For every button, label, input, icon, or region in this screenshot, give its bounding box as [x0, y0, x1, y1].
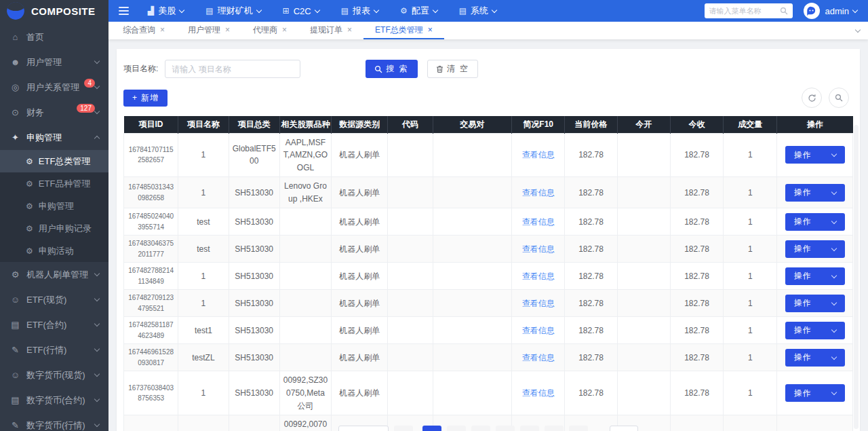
cell-action: 操作	[777, 263, 853, 290]
view-info-link[interactable]: 查看信息	[522, 271, 555, 281]
action-dropdown-button[interactable]: 操作	[785, 295, 845, 312]
sidebar-item-label: 数字货币(合约)	[26, 394, 95, 407]
topnav-item-0[interactable]: ▟美股	[148, 5, 184, 17]
tab-3[interactable]: 提现订单×	[298, 22, 363, 39]
sidebar-subitem-2[interactable]: ⚙申购管理	[0, 195, 108, 217]
topnav-item-3[interactable]: ▤报表	[341, 5, 378, 17]
chevron-down-icon	[94, 58, 100, 64]
tab-overflow-chevron-icon[interactable]	[855, 26, 861, 32]
close-icon[interactable]: ×	[225, 25, 230, 35]
cell-close: 182.78	[670, 208, 723, 236]
table-row: 1674830463752011777testSH513030机器人刷单查看信息…	[124, 236, 853, 263]
search-button[interactable]: 搜 索	[366, 60, 417, 78]
prev-page-button[interactable]: ‹	[394, 426, 413, 431]
gear-icon: ⚙	[26, 202, 33, 211]
cell-id: 1674469615280930817	[124, 344, 178, 371]
cell-category: SH513030	[229, 208, 279, 236]
topnav-item-1[interactable]: ▤理财矿机	[205, 5, 260, 17]
table-search-button[interactable]	[829, 88, 849, 108]
page-button-2[interactable]: 2	[447, 426, 466, 431]
add-button[interactable]: + 新增	[123, 90, 167, 107]
table-scrollbar[interactable]	[854, 125, 859, 429]
cell-source: 机器人刷单	[332, 236, 388, 263]
page-size-select[interactable]	[338, 426, 389, 431]
topnav: ▟美股▤理财矿机⊞C2C▤报表⚙配置▤系统	[148, 5, 496, 17]
action-dropdown-button[interactable]: 操作	[785, 322, 845, 339]
page-button-6[interactable]: 6	[545, 426, 564, 431]
action-dropdown-button[interactable]: 操作	[785, 384, 845, 402]
sidebar-item-2[interactable]: ◎用户关系管理4	[0, 75, 108, 100]
sidebar-item-4[interactable]: ✦申购管理	[0, 125, 108, 150]
user-menu-chevron-icon[interactable]	[852, 7, 858, 12]
sidebar-item-7[interactable]: ▤ETF(合约)	[0, 312, 108, 337]
page-button-5[interactable]: 5	[520, 426, 539, 431]
tab-1[interactable]: 用户管理×	[176, 22, 241, 39]
view-info-link[interactable]: 查看信息	[522, 299, 555, 308]
action-dropdown-button[interactable]: 操作	[785, 267, 845, 285]
view-info-link[interactable]: 查看信息	[522, 326, 555, 335]
table-row: 16748270912347955211SH513030机器人刷单查看信息182…	[124, 290, 853, 317]
user-avatar[interactable]	[804, 3, 820, 19]
sidebar-subitem-0[interactable]: ⚙ETF总类管理	[0, 150, 108, 172]
sidebar-item-0[interactable]: ⌂首页	[0, 24, 108, 50]
gear-icon: ⚙	[26, 179, 33, 189]
view-info-link[interactable]: 查看信息	[522, 217, 555, 227]
sidebar-item-10[interactable]: ▤数字货币(合约)	[0, 388, 108, 413]
close-icon[interactable]: ×	[282, 25, 287, 35]
menu-search-input[interactable]	[709, 7, 780, 15]
cell-price: 182.78	[565, 133, 617, 177]
project-name-input[interactable]	[165, 60, 300, 78]
menu-search[interactable]	[705, 3, 793, 18]
cell-stocks	[279, 236, 331, 263]
system-icon: ▤	[459, 6, 467, 16]
sidebar-item-6[interactable]: ☺ETF(现货)	[0, 287, 108, 312]
sidebar-item-3[interactable]: ⊙财务127	[0, 100, 108, 125]
page-button-1[interactable]: 1	[422, 426, 441, 431]
topnav-item-4[interactable]: ⚙配置	[400, 5, 437, 17]
action-dropdown-button[interactable]: 操作	[785, 146, 845, 164]
cell-action: 操作	[777, 344, 853, 371]
topnav-item-5[interactable]: ▤系统	[459, 5, 496, 17]
action-dropdown-button[interactable]: 操作	[785, 213, 845, 231]
page-jump-input[interactable]	[610, 426, 638, 431]
tab-4[interactable]: ETF总类管理×	[363, 22, 444, 39]
view-info-link[interactable]: 查看信息	[522, 150, 555, 160]
page-button-4[interactable]: 4	[496, 426, 515, 431]
sidebar-item-9[interactable]: ☺数字货币(现货)	[0, 362, 108, 388]
topnav-item-label: 系统	[471, 5, 488, 17]
cell-id: 1674830463752011777	[124, 236, 178, 263]
chevron-down-icon	[94, 371, 100, 377]
action-dropdown-button[interactable]: 操作	[785, 184, 845, 202]
action-dropdown-button[interactable]: 操作	[785, 349, 845, 367]
view-info-link[interactable]: 查看信息	[522, 388, 555, 398]
view-info-link[interactable]: 查看信息	[522, 353, 555, 362]
hamburger-menu-icon[interactable]	[119, 5, 129, 17]
clear-button[interactable]: 清 空	[427, 60, 478, 78]
chevron-up-icon	[94, 136, 100, 141]
cell-price: 182.78	[565, 290, 617, 317]
page-button-3[interactable]: 3	[471, 426, 490, 431]
table-row: 16748278821411348491SH513030机器人刷单查看信息182…	[124, 263, 853, 290]
page-button-7[interactable]: 7	[569, 426, 588, 431]
tab-0[interactable]: 综合查询×	[111, 22, 176, 39]
sidebar-item-5[interactable]: ⚙机器人刷单管理	[0, 262, 108, 287]
view-info-link[interactable]: 查看信息	[522, 244, 555, 254]
sidebar-item-11[interactable]: ✎数字货币(行情)	[0, 413, 108, 431]
pagination: ‹1234567	[108, 426, 868, 431]
username[interactable]: admin	[825, 6, 849, 16]
cell-link: 查看信息	[512, 236, 565, 263]
close-icon[interactable]: ×	[160, 25, 165, 35]
sidebar-subitem-1[interactable]: ⚙ETF品种管理	[0, 172, 108, 195]
topnav-item-2[interactable]: ⊞C2C	[283, 5, 319, 17]
action-dropdown-button[interactable]: 操作	[785, 240, 845, 258]
view-info-link[interactable]: 查看信息	[522, 188, 555, 198]
close-icon[interactable]: ×	[428, 25, 433, 35]
cell-source: 机器人刷单	[332, 344, 388, 371]
sidebar-item-8[interactable]: ✎ETF(行情)	[0, 337, 108, 362]
tab-2[interactable]: 代理商×	[241, 22, 298, 39]
close-icon[interactable]: ×	[347, 25, 352, 35]
sidebar-item-1[interactable]: ☻用户管理	[0, 50, 108, 75]
sidebar-subitem-4[interactable]: ⚙申购活动	[0, 240, 108, 262]
refresh-button[interactable]	[802, 88, 822, 108]
sidebar-subitem-3[interactable]: ⚙用户申购记录	[0, 217, 108, 240]
